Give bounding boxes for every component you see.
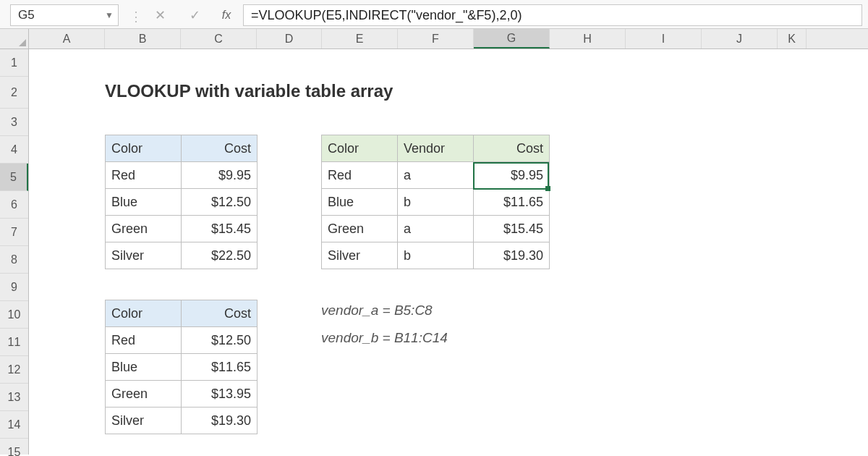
- table-row: Greena$15.45: [322, 216, 550, 242]
- x-icon: ✕: [155, 7, 166, 23]
- col-header-H[interactable]: H: [550, 29, 626, 48]
- row-headers: 1 2 3 4 5 6 7 8 9 10 11 12 13 14 15: [0, 49, 29, 455]
- formula-bar: G5 ▼ ⋮ ✕ ✓ fx =VLOOKUP(E5,INDIRECT("vend…: [0, 0, 868, 29]
- row-header-12[interactable]: 12: [0, 356, 28, 384]
- table-row: Green$13.95: [106, 381, 258, 408]
- row-header-8[interactable]: 8: [0, 246, 28, 274]
- named-range-note-b: vendor_b = B11:C14: [321, 330, 448, 346]
- row-header-11[interactable]: 11: [0, 329, 28, 356]
- col-header-D[interactable]: D: [257, 29, 322, 48]
- tbl-b-header-cost[interactable]: Cost: [182, 300, 258, 327]
- col-header-A[interactable]: A: [29, 29, 105, 48]
- chevron-down-icon[interactable]: ▼: [105, 10, 114, 20]
- row-header-7[interactable]: 7: [0, 219, 28, 246]
- table-row: Green$15.45: [106, 216, 258, 242]
- col-header-F[interactable]: F: [398, 29, 474, 48]
- row-header-3[interactable]: 3: [0, 109, 28, 136]
- row-header-9[interactable]: 9: [0, 274, 28, 301]
- named-range-note-a: vendor_a = B5:C8: [321, 303, 433, 318]
- check-icon: ✓: [190, 7, 200, 23]
- table-row: Silver$19.30: [106, 408, 258, 434]
- row-header-6[interactable]: 6: [0, 191, 28, 219]
- formula-text: =VLOOKUP(E5,INDIRECT("vendor_"&F5),2,0): [251, 8, 522, 23]
- tbl-a-header-color[interactable]: Color: [106, 135, 182, 162]
- table-row: Red$9.95: [106, 162, 258, 189]
- tbl-a-header-cost[interactable]: Cost: [182, 135, 258, 162]
- name-box-value: G5: [18, 8, 35, 22]
- vendor-a-table: Color Cost Red$9.95 Blue$12.50 Green$15.…: [105, 135, 258, 269]
- table-row: Blueb$11.65: [322, 189, 550, 216]
- tbl-c-header-cost[interactable]: Cost: [474, 135, 550, 162]
- table-row: Blue$12.50: [106, 189, 258, 216]
- table-row: Red$12.50: [106, 327, 258, 354]
- select-all-corner[interactable]: [0, 29, 29, 48]
- col-header-E[interactable]: E: [322, 29, 398, 48]
- col-header-C[interactable]: C: [181, 29, 257, 48]
- enter-button[interactable]: ✓: [179, 4, 210, 26]
- column-headers: A B C D E F G H I J K: [0, 29, 868, 49]
- row-header-4[interactable]: 4: [0, 136, 28, 164]
- tbl-b-header-color[interactable]: Color: [106, 300, 182, 327]
- table-row: Reda$9.95: [322, 162, 550, 189]
- col-header-I[interactable]: I: [626, 29, 702, 48]
- dots-icon: ⋮: [132, 4, 140, 28]
- table-row: Silverb$19.30: [322, 242, 550, 269]
- row-header-2[interactable]: 2: [0, 77, 28, 109]
- name-box[interactable]: G5 ▼: [10, 4, 119, 26]
- table-row: Blue$11.65: [106, 354, 258, 381]
- tbl-c-header-vendor[interactable]: Vendor: [398, 135, 474, 162]
- row-header-10[interactable]: 10: [0, 301, 28, 329]
- col-header-G[interactable]: G: [474, 29, 550, 48]
- row-header-15[interactable]: 15: [0, 439, 28, 456]
- row-header-1[interactable]: 1: [0, 49, 28, 77]
- col-header-K[interactable]: K: [778, 29, 807, 48]
- col-header-J[interactable]: J: [702, 29, 778, 48]
- fx-icon[interactable]: fx: [214, 4, 239, 26]
- formula-input[interactable]: =VLOOKUP(E5,INDIRECT("vendor_"&F5),2,0): [243, 4, 862, 26]
- page-title: VLOOKUP with variable table array: [105, 81, 393, 101]
- cancel-button[interactable]: ✕: [145, 4, 175, 26]
- tbl-c-header-color[interactable]: Color: [322, 135, 398, 162]
- row-header-5[interactable]: 5: [0, 164, 28, 191]
- result-table: Color Vendor Cost Reda$9.95 Blueb$11.65 …: [321, 135, 550, 269]
- row-header-13[interactable]: 13: [0, 384, 28, 411]
- col-header-B[interactable]: B: [105, 29, 181, 48]
- row-header-14[interactable]: 14: [0, 411, 28, 439]
- table-row: Silver$22.50: [106, 242, 258, 269]
- vendor-b-table: Color Cost Red$12.50 Blue$11.65 Green$13…: [105, 300, 258, 434]
- cell-grid[interactable]: VLOOKUP with variable table array Color …: [29, 49, 868, 455]
